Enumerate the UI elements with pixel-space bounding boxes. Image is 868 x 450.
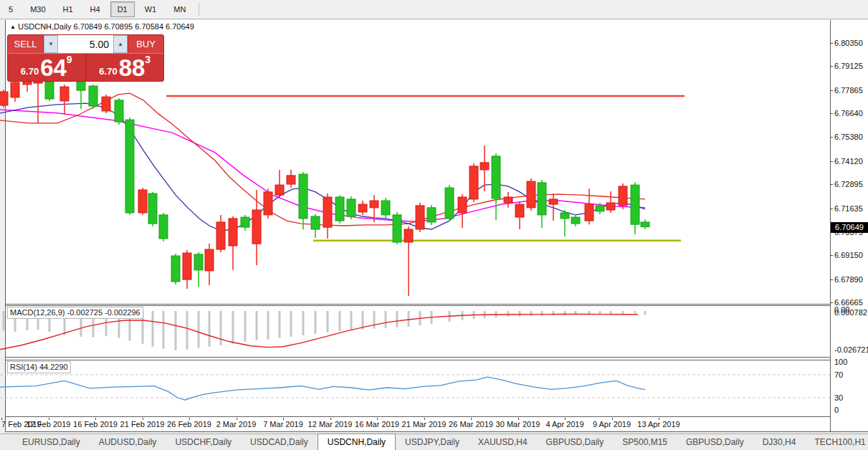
date-axis-label: 12 Mar 2019: [308, 420, 353, 429]
chart-tab-xauusd[interactable]: XAUUSD,H4: [469, 434, 537, 450]
volume-input[interactable]: 5.00: [58, 35, 113, 53]
candle[interactable]: [299, 172, 307, 229]
date-axis-label: 12 Feb 2019: [27, 420, 71, 429]
candle[interactable]: [571, 214, 580, 226]
candle[interactable]: [311, 214, 320, 238]
candle[interactable]: [404, 226, 413, 296]
collapse-triangle-icon[interactable]: ▲: [10, 24, 16, 30]
timeframe-button-d1[interactable]: D1: [110, 1, 135, 17]
candle[interactable]: [102, 95, 110, 113]
candle[interactable]: [527, 178, 535, 211]
candle[interactable]: [445, 185, 454, 221]
main-macd-divider: [5, 304, 831, 305]
buy-button[interactable]: BUY: [128, 35, 163, 53]
candle[interactable]: [347, 196, 356, 219]
candle[interactable]: [205, 244, 214, 285]
date-axis-tick: [1, 418, 2, 420]
candle[interactable]: [606, 191, 615, 213]
timeframe-button-5[interactable]: 5: [1, 1, 20, 17]
candle[interactable]: [241, 215, 249, 231]
sell-button[interactable]: SELL: [8, 35, 44, 53]
candle[interactable]: [11, 81, 19, 102]
timeframe-button-m30[interactable]: M30: [23, 1, 52, 17]
candle[interactable]: [287, 170, 295, 188]
timeframe-button-mn[interactable]: MN: [166, 1, 193, 17]
candle[interactable]: [538, 180, 546, 228]
candle[interactable]: [393, 212, 401, 244]
buy-price-button[interactable]: 6.70 88 3: [87, 54, 164, 81]
chart-tab-gbpusd[interactable]: GBPUSD,Daily: [677, 434, 753, 450]
candle[interactable]: [45, 81, 54, 101]
chart-ohlc-title: ▲ USDCNH,Daily 6.70849 6.70895 6.70584 6…: [10, 22, 194, 31]
candle[interactable]: [264, 188, 272, 219]
candle[interactable]: [125, 118, 134, 215]
buy-price-pip-digit: 3: [145, 54, 151, 65]
candle[interactable]: [381, 198, 390, 218]
chart-tab-eurusd[interactable]: EURUSD,Daily: [13, 434, 90, 450]
one-click-trading-panel: SELL ▼ 5.00 ▲ BUY 6.70 64 9 6.70 88 3: [7, 34, 164, 82]
date-axis-label: 21 Mar 2019: [402, 420, 447, 429]
candle[interactable]: [323, 193, 332, 239]
candle[interactable]: [515, 201, 524, 229]
price-axis-tick: [830, 209, 833, 209]
candle[interactable]: [229, 216, 237, 270]
candle[interactable]: [194, 252, 203, 287]
chart-tab-audusd[interactable]: AUDUSD,Daily: [90, 434, 166, 450]
timeframe-button-w1[interactable]: W1: [138, 1, 164, 17]
candle[interactable]: [427, 205, 436, 225]
candle[interactable]: [561, 210, 569, 236]
chart-tab-gbpusd[interactable]: GBPUSD,Daily: [537, 434, 614, 450]
candle[interactable]: [252, 190, 261, 265]
candle[interactable]: [619, 183, 627, 209]
candle[interactable]: [138, 188, 147, 215]
candle[interactable]: [34, 79, 42, 123]
volume-decrease-button[interactable]: ▼: [44, 35, 58, 53]
chart-tab-usdchf[interactable]: USDCHF,Daily: [166, 434, 241, 450]
chart-tab-usdjpy[interactable]: USDJPY,Daily: [396, 434, 469, 450]
ohlc-values: 6.70849 6.70895 6.70584 6.70649: [74, 22, 194, 31]
candle[interactable]: [641, 219, 649, 229]
price-axis-label: 6.71635: [834, 204, 863, 214]
candle[interactable]: [89, 85, 97, 109]
candle[interactable]: [458, 194, 467, 228]
chart-tab-tech100[interactable]: TECH100,H1: [805, 434, 868, 450]
candle[interactable]: [275, 170, 284, 198]
candle[interactable]: [585, 188, 593, 224]
price-axis-label: 6.80350: [834, 38, 863, 48]
sell-price-button[interactable]: 6.70 64 9: [8, 54, 87, 81]
candle[interactable]: [148, 192, 157, 226]
candle[interactable]: [358, 201, 367, 215]
candle[interactable]: [0, 90, 8, 107]
volume-increase-button[interactable]: ▲: [113, 35, 128, 53]
date-axis-bottom-border: [5, 431, 868, 432]
chart-tab-dj30[interactable]: DJ30,H4: [753, 434, 806, 450]
candle[interactable]: [492, 153, 500, 220]
candle[interactable]: [171, 254, 180, 284]
candle[interactable]: [115, 98, 123, 125]
candle[interactable]: [335, 195, 344, 224]
macd-label: MACD(12,26,9) -0.002725 -0.002296: [7, 307, 143, 319]
candle[interactable]: [77, 81, 85, 109]
rsi-label: RSI(14) 44.2290: [7, 361, 71, 373]
candle[interactable]: [216, 215, 225, 252]
candle[interactable]: [631, 182, 639, 234]
price-axis-tick: [830, 137, 833, 138]
price-axis-tick: [830, 184, 833, 185]
candle[interactable]: [469, 163, 478, 202]
candle[interactable]: [60, 85, 69, 115]
symbol-label: USDCNH,Daily: [18, 22, 72, 31]
candle[interactable]: [416, 203, 424, 232]
price-axis-tick: [830, 302, 833, 303]
candle[interactable]: [504, 192, 512, 208]
timeframe-button-h4[interactable]: H4: [83, 1, 108, 17]
candle[interactable]: [183, 250, 191, 289]
timeframe-toolbar: 5M30H1H4D1W1MN: [0, 0, 868, 19]
rsi-axis-label: 100: [834, 358, 847, 366]
timeframe-button-h1[interactable]: H1: [56, 1, 80, 17]
chart-tab-sp500[interactable]: SP500,M15: [613, 434, 677, 450]
chart-tab-usdcad[interactable]: USDCAD,Daily: [241, 434, 318, 450]
rsi-indicator-chart[interactable]: [0, 360, 830, 416]
chart-tab-usdcnh[interactable]: USDCNH,Daily: [318, 434, 396, 450]
date-axis-label: 2 Mar 2019: [216, 420, 257, 429]
candle[interactable]: [159, 213, 168, 241]
